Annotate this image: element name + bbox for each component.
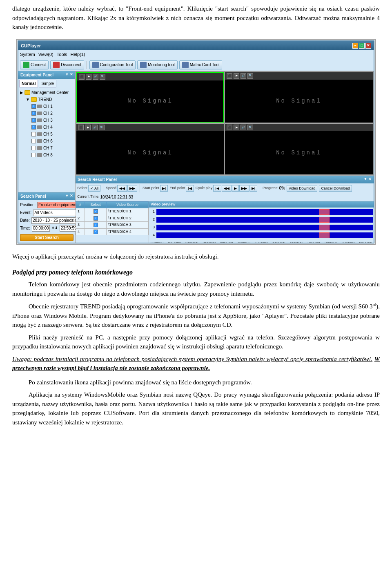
preview-bar-1[interactable] <box>156 209 373 215</box>
tree-ch7[interactable]: CH 7 <box>31 145 74 152</box>
vid-btn-1c[interactable]: 🔊 <box>93 74 98 80</box>
minimize-btn[interactable]: – <box>352 43 358 49</box>
select-all-btn[interactable]: ✓ All <box>88 185 100 192</box>
ch2-checkbox[interactable]: ✓ <box>31 111 36 116</box>
vid-btn-2b[interactable]: ▶ <box>234 73 239 79</box>
set-end-btn[interactable]: |◀ <box>186 185 194 192</box>
video-controls-4: ⬛ ▶ 🔊 🔍 <box>225 123 373 131</box>
window-controls: – □ ✕ <box>352 43 371 49</box>
play-btn[interactable]: ▶ <box>232 185 239 192</box>
ch6-checkbox[interactable] <box>31 139 36 143</box>
ch4-checkbox[interactable]: ✓ <box>31 125 36 129</box>
cuplayer-window: CUPlayer – □ ✕ System View(0) Tools Help… <box>18 40 374 243</box>
monitoring-tool-btn[interactable]: Monitoring tool <box>137 60 178 69</box>
ch7-checkbox[interactable] <box>31 146 36 150</box>
tree-ch3[interactable]: ✓ CH 3 <box>31 117 74 124</box>
uwaga-line-1: Uwaga: podczas instalacji programu na te… <box>12 356 372 362</box>
menu-view[interactable]: View(0) <box>38 51 53 58</box>
tree-ch8[interactable]: CH 8 <box>31 152 74 158</box>
col-select: Select <box>85 201 106 208</box>
tree-ch1[interactable]: ✓ CH 1 <box>31 103 74 110</box>
vid-btn-4a[interactable]: ⬛ <box>227 125 232 130</box>
uwaga-para: Uwaga: podczas instalacji programu na te… <box>12 355 380 373</box>
ch3-checkbox[interactable]: ✓ <box>31 118 36 123</box>
preview-bar-3[interactable] <box>156 225 373 230</box>
vid-btn-1a[interactable]: ⬛ <box>79 74 85 80</box>
date-row: Date: <box>20 217 74 224</box>
tree-root[interactable]: ▶ Management Center <box>19 89 74 96</box>
table-row[interactable]: 2 ✓ \TREND\CH 2 <box>76 215 149 222</box>
vid-btn-2d[interactable]: 🔍 <box>247 73 253 79</box>
main-toolbar: Connect Disconnect Configuration Tool Mo… <box>18 59 374 71</box>
vid-btn-1d[interactable]: 🔍 <box>100 74 105 80</box>
video-controls-2: ⬛ ▶ 🔊 🔍 <box>225 72 373 80</box>
cycle-play-field: Cycle play |◀ ◀◀ ▶ ▶▶ ▶| <box>196 185 257 192</box>
vid-btn-3c[interactable]: 🔊 <box>92 125 98 130</box>
tree-ch5[interactable]: CH 5 <box>31 131 74 138</box>
video-grid: ⬛ ▶ 🔊 🔍 No Signal ⬛ ▶ 🔊 🔍 <box>76 71 374 175</box>
preview-bar-2[interactable] <box>156 217 373 223</box>
play-next-btn[interactable]: ▶| <box>249 185 257 192</box>
no-signal-3: No Signal <box>127 149 173 157</box>
vid-btn-4c[interactable]: 🔊 <box>241 125 246 130</box>
table-row[interactable]: 1 ✓ \TREND\CH 1 <box>76 208 149 215</box>
vid-btn-4b[interactable]: ▶ <box>234 125 239 130</box>
connect-icon <box>23 62 29 68</box>
close-btn[interactable]: ✕ <box>365 43 371 49</box>
table-row[interactable]: 3 ✓ \TREND\CH 3 <box>76 222 149 229</box>
vid-btn-3a[interactable]: ⬛ <box>78 125 84 130</box>
left-panel: Equipment Panel ▼ ✕ Normal Simple ▶ Mana… <box>18 71 76 243</box>
time-label: Time: <box>20 225 30 231</box>
vid-btn-2c[interactable]: 🔊 <box>241 73 246 79</box>
timeline-labels: 00:00:00 02:00:00 04:00:00 06:00:00 08:0… <box>149 240 374 243</box>
play-fwd-btn[interactable]: ▶▶ <box>239 185 249 192</box>
ch8-checkbox[interactable] <box>31 153 36 157</box>
time-from-input[interactable] <box>32 225 50 232</box>
equipment-panel-header: Equipment Panel ▼ ✕ <box>18 71 75 79</box>
tree-trend[interactable]: ▼ TREND <box>25 96 74 103</box>
maximize-btn[interactable]: □ <box>359 43 365 49</box>
result-sep-2 <box>140 184 140 192</box>
ch5-camera-icon <box>37 132 42 136</box>
tree-ch6[interactable]: CH 6 <box>31 138 74 145</box>
play-prev-btn[interactable]: |◀ <box>213 185 221 192</box>
monitoring-icon <box>140 62 147 68</box>
preview-bar-4[interactable] <box>156 232 373 238</box>
set-start-btn[interactable]: ▶| <box>160 185 168 192</box>
matrix-tool-btn[interactable]: Matrix Card Tool <box>179 60 223 69</box>
tree-ch2[interactable]: ✓ CH 2 <box>31 110 74 117</box>
video-download-btn[interactable]: Video Download <box>287 185 317 192</box>
video-cell-3: ⬛ ▶ 🔊 🔍 No Signal <box>76 123 224 174</box>
vid-btn-4d[interactable]: 🔍 <box>247 125 253 130</box>
last-para-1: Po zainstalowaniu ikona aplikacji powinn… <box>12 378 380 387</box>
result-table-left: # Select Video Source 1 ✓ \T <box>76 201 149 243</box>
ch1-checkbox[interactable]: ✓ <box>31 104 36 109</box>
start-search-btn[interactable]: Start Search <box>20 234 74 241</box>
table-row[interactable]: 4 ✓ \TREND\CH 4 <box>76 228 149 235</box>
connect-btn[interactable]: Connect <box>20 60 49 69</box>
video-controls-3: ⬛ ▶ 🔊 🔍 <box>76 123 224 131</box>
vid-btn-1b[interactable]: ▶ <box>86 74 91 80</box>
cancel-download-btn[interactable]: Cancel Download <box>319 185 352 192</box>
disconnect-btn[interactable]: Disconnect <box>50 60 84 69</box>
speed-inc-btn[interactable]: ▶▶ <box>127 185 137 192</box>
tab-simple[interactable]: Simple <box>39 80 56 87</box>
vid-btn-3b[interactable]: ▶ <box>85 125 91 130</box>
vid-btn-3d[interactable]: 🔍 <box>99 125 105 130</box>
tree-ch4[interactable]: ✓ CH 4 <box>31 124 74 131</box>
speed-dec-btn[interactable]: ◀◀ <box>117 185 127 192</box>
ch6-camera-icon <box>37 139 42 143</box>
menu-tools[interactable]: Tools <box>57 51 67 58</box>
highlight-2 <box>319 217 330 223</box>
speed-controls: ◀◀ ▶▶ <box>117 185 137 192</box>
play-rew-btn[interactable]: ◀◀ <box>222 185 232 192</box>
menu-help[interactable]: Help(1) <box>70 51 85 58</box>
end-point-field: End point |◀ <box>169 185 194 192</box>
time-to-input[interactable] <box>60 225 78 232</box>
tab-normal[interactable]: Normal <box>19 80 38 87</box>
video-preview-panel: Video preview 1 2 <box>149 201 374 243</box>
menu-system[interactable]: System <box>20 51 35 58</box>
ch5-checkbox[interactable] <box>31 132 36 136</box>
vid-btn-2a[interactable]: ⬛ <box>227 73 232 79</box>
config-tool-btn[interactable]: Configuration Tool <box>89 60 136 69</box>
